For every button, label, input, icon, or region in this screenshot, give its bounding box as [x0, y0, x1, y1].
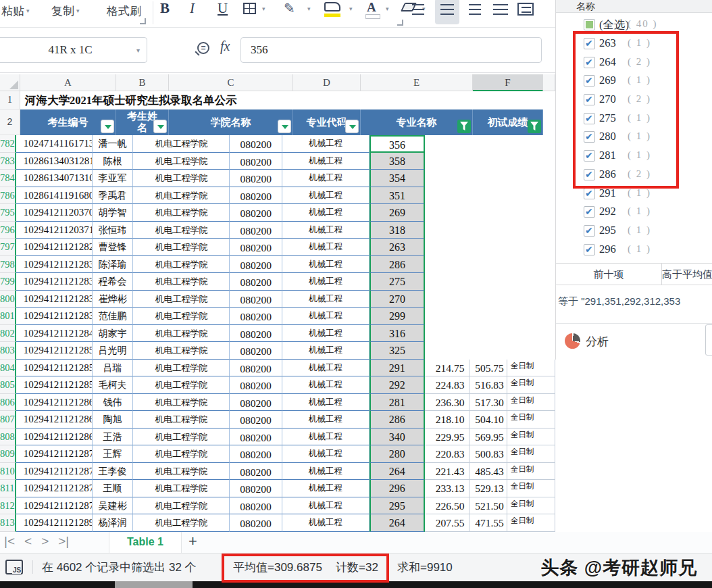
- select-all-corner[interactable]: [0, 74, 20, 91]
- prev-sheet-icon[interactable]: <: [24, 534, 32, 548]
- cell-exam-id[interactable]: 102941211212873: [16, 463, 93, 481]
- cell-study-mode[interactable]: [507, 204, 555, 222]
- cell-major-code[interactable]: 080200: [230, 170, 282, 187]
- cell-initial-score[interactable]: 351: [370, 187, 425, 205]
- cell-major-name[interactable]: 机械工程: [282, 376, 370, 394]
- merge-cells-button[interactable]: [517, 3, 534, 16]
- cell-name[interactable]: 潘一帆: [93, 135, 134, 153]
- cell-study-mode[interactable]: [507, 153, 555, 170]
- copy-button[interactable]: 复制▾: [51, 3, 80, 19]
- cell-retest-score[interactable]: [425, 239, 469, 256]
- cell-major-name[interactable]: 机械工程: [282, 342, 370, 360]
- row-number[interactable]: 809: [0, 445, 16, 463]
- cell-initial-score[interactable]: 292: [370, 376, 425, 394]
- cell-retest-score[interactable]: [425, 308, 469, 325]
- cell-study-mode[interactable]: [507, 273, 555, 291]
- bold-button[interactable]: B: [160, 0, 170, 17]
- cell-major-name[interactable]: 机械工程: [282, 445, 370, 463]
- cell-college[interactable]: 机电工程学院: [133, 239, 230, 256]
- cell-exam-id[interactable]: 102941211212829: [16, 239, 93, 256]
- row-number[interactable]: 799: [0, 273, 16, 291]
- cell-study-mode[interactable]: [507, 187, 555, 205]
- cell-study-mode[interactable]: [507, 256, 555, 274]
- cell-major-name[interactable]: 机械工程: [282, 428, 370, 446]
- cell-total-score[interactable]: 529.13: [469, 480, 506, 497]
- cell-major-name[interactable]: 机械工程: [282, 204, 370, 222]
- cell-name[interactable]: 程希会: [93, 273, 134, 291]
- cell-total-score[interactable]: [469, 325, 507, 343]
- cell-major-name[interactable]: 机械工程: [282, 480, 370, 497]
- row-number[interactable]: 784: [0, 170, 16, 187]
- cell-college[interactable]: 机电工程学院: [133, 514, 230, 532]
- cell-initial-score[interactable]: 358: [370, 153, 425, 170]
- search-box-partial[interactable]: [705, 324, 712, 356]
- cell-study-mode[interactable]: 全日制: [507, 497, 555, 515]
- cell-exam-id[interactable]: 102941211212833: [16, 256, 93, 274]
- row-number[interactable]: 812: [0, 497, 16, 515]
- cell-total-score[interactable]: [469, 342, 507, 360]
- cell-exam-id[interactable]: 102861411916801: [16, 187, 93, 205]
- cell-study-mode[interactable]: 全日制: [507, 514, 555, 532]
- next-sheet-icon[interactable]: >: [41, 534, 49, 548]
- cell-retest-score[interactable]: [425, 256, 469, 274]
- cell-name[interactable]: 陈泽瑜: [93, 256, 134, 274]
- column-header-d[interactable]: D: [293, 74, 361, 91]
- cell-initial-score[interactable]: 325: [370, 342, 425, 360]
- cell-retest-score[interactable]: 229.95: [425, 428, 469, 446]
- cell-total-score[interactable]: [469, 256, 507, 274]
- filter-funnel-icon[interactable]: [457, 120, 471, 133]
- last-sheet-icon[interactable]: >|: [58, 534, 69, 548]
- cell-major-name[interactable]: 机械工程: [282, 153, 370, 170]
- cell-major-name[interactable]: 机械工程: [282, 394, 370, 412]
- cell-exam-id[interactable]: 102941211212867: [16, 411, 93, 428]
- row-number[interactable]: 813: [0, 514, 16, 532]
- cell-exam-id[interactable]: 102941211212843: [16, 325, 93, 343]
- cell-name[interactable]: 胡学智: [93, 204, 134, 222]
- borders-button[interactable]: [243, 3, 256, 14]
- cell-major-name[interactable]: 机械工程: [282, 239, 370, 256]
- column-header-e[interactable]: E: [361, 74, 473, 91]
- chevron-down-icon[interactable]: ▾: [136, 39, 140, 63]
- cell-major-code[interactable]: 080200: [230, 135, 282, 153]
- cell-exam-id[interactable]: 102861340312818: [16, 153, 93, 170]
- cell-major-code[interactable]: 080200: [230, 497, 282, 515]
- filter-dropdown-button[interactable]: [101, 120, 114, 133]
- cell-major-code[interactable]: 080200: [230, 308, 282, 325]
- cell-retest-score[interactable]: 226.50: [425, 497, 469, 515]
- cell-major-name[interactable]: 机械工程: [282, 187, 370, 205]
- format-painter-button[interactable]: 格式刷: [107, 3, 141, 19]
- cell-major-code[interactable]: 080200: [230, 463, 282, 481]
- cell-initial-score[interactable]: 291: [370, 360, 425, 377]
- cell-major-code[interactable]: 080200: [230, 187, 282, 205]
- cell-name[interactable]: 王辉: [93, 445, 134, 463]
- cell-college[interactable]: 机电工程学院: [133, 360, 230, 377]
- row-number[interactable]: 806: [0, 394, 16, 412]
- checkbox-checked[interactable]: [584, 188, 595, 199]
- cell-major-code[interactable]: 080200: [230, 222, 282, 239]
- cell-exam-id[interactable]: 102941211212837: [16, 308, 93, 325]
- chevron-down-icon[interactable]: ▾: [349, 5, 353, 12]
- sheet-tab-active[interactable]: Table 1: [109, 532, 182, 553]
- column-header-a[interactable]: A: [20, 74, 116, 91]
- cell-exam-id[interactable]: 102941211203709: [16, 204, 93, 222]
- cell-major-code[interactable]: 080200: [230, 514, 282, 532]
- cell-retest-score[interactable]: 207.55: [425, 514, 469, 532]
- cell-initial-score[interactable]: 299: [370, 308, 425, 325]
- filter-value-item[interactable]: 295 ( 1 ): [556, 222, 712, 241]
- cell-college[interactable]: 机电工程学院: [133, 135, 230, 153]
- cell-major-name[interactable]: 机械工程: [282, 273, 370, 291]
- cell-total-score[interactable]: 516.83: [469, 376, 506, 394]
- cell-total-score[interactable]: [469, 153, 507, 170]
- cell-name[interactable]: 曹登锋: [93, 239, 134, 256]
- filter-dropdown-button[interactable]: [278, 120, 291, 133]
- align-right-button[interactable]: [469, 4, 481, 15]
- row-number[interactable]: 804: [0, 360, 16, 377]
- header-cell-college[interactable]: 学院名称: [169, 109, 293, 135]
- row-number[interactable]: 782: [0, 135, 16, 153]
- cell-initial-score[interactable]: 295: [370, 497, 425, 515]
- cell-exam-id[interactable]: 102941211212859: [16, 376, 93, 394]
- cell-total-score[interactable]: 500.83: [469, 445, 506, 463]
- cell-name[interactable]: 崔烨彬: [93, 291, 134, 308]
- cell-retest-score[interactable]: [425, 325, 469, 343]
- column-header-c[interactable]: C: [169, 74, 293, 91]
